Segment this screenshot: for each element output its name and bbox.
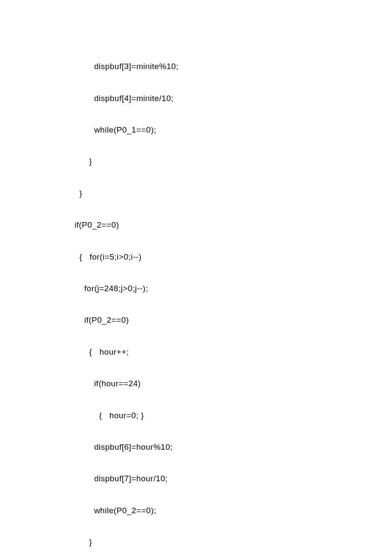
code-line: dispbuf[4]=minite/10; [60,90,332,106]
code-line: if(P0_2==0) [60,217,332,233]
code-line: { hour=0; } [60,408,332,423]
code-line: if(P0_2==0) [60,312,332,328]
code-line: while(P0_2==0); [60,503,332,518]
code-line: while(P0_1==0); [60,122,332,138]
code-line: } [60,534,332,550]
code-line: for(j=248;j>0;j--); [60,280,332,296]
code-page: dispbuf[3]=minite%10; dispbuf[4]=minite/… [0,0,392,555]
code-line: { for(i=5;i>0;i--) [60,249,332,265]
code-line: dispbuf[6]=hour%10; [60,439,332,455]
code-line: dispbuf[3]=minite%10; [60,58,332,74]
code-line: } [60,185,332,201]
code-line: dispbuf[7]=hour/10; [60,471,332,486]
code-line: } [60,153,332,169]
code-line: { hour++; [60,344,332,360]
code-line: if(hour==24) [60,376,332,391]
